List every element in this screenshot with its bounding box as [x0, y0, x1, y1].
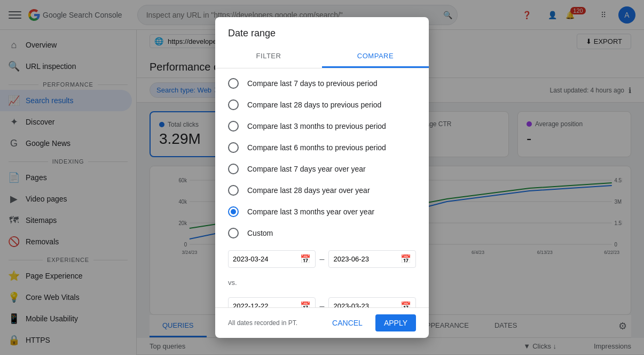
apply-button[interactable]: APPLY — [375, 314, 416, 331]
vs-end-date-calendar-icon[interactable]: 📅 — [400, 301, 411, 307]
vs-date-separator: – — [320, 302, 325, 308]
app-container: Google Search Console 🔍 ❓ 👤 🔔120 ⠿ A ⌂ O… — [0, 0, 644, 355]
end-date-calendar-icon[interactable]: 📅 — [400, 254, 411, 264]
start-date-calendar-icon[interactable]: 📅 — [300, 254, 311, 264]
radio-last6m-prev[interactable] — [228, 142, 239, 153]
primary-date-row: 📅 – 📅 — [228, 250, 416, 268]
radio-last3m-yoy[interactable] — [228, 206, 239, 217]
modal-actions: CANCEL APPLY — [324, 314, 416, 331]
modal-tab-filter[interactable]: FILTER — [215, 45, 322, 68]
vs-start-date-calendar-icon[interactable]: 📅 — [300, 301, 311, 307]
modal-tabs: FILTER COMPARE — [215, 45, 429, 68]
end-date-input-wrap[interactable]: 📅 — [328, 250, 416, 268]
radio-last28-yoy[interactable] — [228, 185, 239, 196]
radio-last7-prev[interactable] — [228, 78, 239, 89]
date-range-section: 📅 – 📅 — [215, 244, 429, 274]
modal-footer: All dates recorded in PT. CANCEL APPLY — [215, 307, 429, 338]
vs-start-date-input[interactable] — [233, 302, 298, 307]
radio-last3m-prev[interactable] — [228, 121, 239, 132]
option-last28-yoy[interactable]: Compare last 28 days year over year — [215, 180, 429, 201]
footer-note: All dates recorded in PT. — [228, 319, 297, 327]
date-separator: – — [320, 254, 325, 264]
cancel-button[interactable]: CANCEL — [324, 314, 371, 331]
option-last28-prev[interactable]: Compare last 28 days to previous period — [215, 94, 429, 115]
start-date-input-wrap[interactable]: 📅 — [228, 250, 316, 268]
modal-tab-compare[interactable]: COMPARE — [322, 45, 429, 68]
vs-start-date-input-wrap[interactable]: 📅 — [228, 297, 316, 307]
option-last7-yoy[interactable]: Compare last 7 days year over year — [215, 158, 429, 180]
modal-overlay[interactable]: Date range FILTER COMPARE Compare last 7… — [0, 0, 644, 355]
end-date-input[interactable] — [333, 255, 398, 263]
radio-last28-prev[interactable] — [228, 99, 239, 110]
option-last3m-yoy[interactable]: Compare last 3 months year over year — [215, 201, 429, 222]
modal-body: Compare last 7 days to previous period C… — [215, 68, 429, 307]
option-custom[interactable]: Custom — [215, 222, 429, 244]
vs-label: vs. — [215, 274, 429, 291]
vs-end-date-input-wrap[interactable]: 📅 — [328, 297, 416, 307]
vs-date-range-section: 📅 – 📅 — [215, 291, 429, 307]
vs-date-row: 📅 – 📅 — [228, 297, 416, 307]
option-last6m-prev[interactable]: Compare last 6 months to previous period — [215, 137, 429, 158]
radio-last7-yoy[interactable] — [228, 164, 239, 174]
start-date-input[interactable] — [233, 255, 298, 263]
date-range-modal: Date range FILTER COMPARE Compare last 7… — [215, 17, 429, 338]
vs-end-date-input[interactable] — [333, 302, 398, 307]
modal-title: Date range — [215, 17, 429, 45]
radio-custom[interactable] — [228, 228, 239, 238]
option-last3m-prev[interactable]: Compare last 3 months to previous period — [215, 115, 429, 137]
option-last7-prev[interactable]: Compare last 7 days to previous period — [215, 73, 429, 94]
